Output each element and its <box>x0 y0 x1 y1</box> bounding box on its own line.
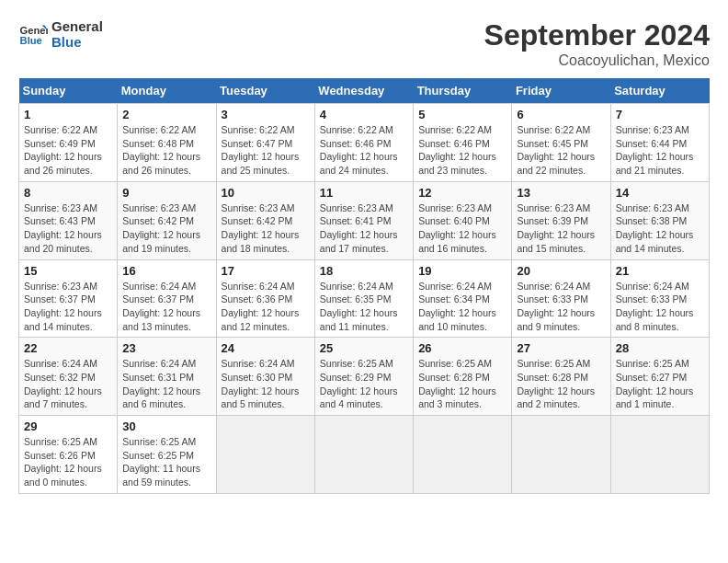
table-row: 15Sunrise: 6:23 AM Sunset: 6:37 PM Dayli… <box>19 259 118 338</box>
col-saturday: Saturday <box>610 78 709 104</box>
logo-line2: Blue <box>51 34 103 50</box>
table-row: 4Sunrise: 6:22 AM Sunset: 6:46 PM Daylig… <box>314 104 413 182</box>
svg-text:Blue: Blue <box>20 35 42 46</box>
logo: General Blue General Blue <box>18 18 103 50</box>
table-row: 9Sunrise: 6:23 AM Sunset: 6:42 PM Daylig… <box>118 181 216 259</box>
table-row: 27Sunrise: 6:25 AM Sunset: 6:28 PM Dayli… <box>512 338 610 416</box>
table-row: 21Sunrise: 6:24 AM Sunset: 6:33 PM Dayli… <box>610 259 709 338</box>
table-row: 23Sunrise: 6:24 AM Sunset: 6:31 PM Dayli… <box>118 338 216 416</box>
table-row <box>414 416 512 494</box>
table-row: 10Sunrise: 6:23 AM Sunset: 6:42 PM Dayli… <box>216 181 314 259</box>
logo-line1: General <box>51 18 103 34</box>
table-row: 22Sunrise: 6:24 AM Sunset: 6:32 PM Dayli… <box>19 338 118 416</box>
table-row: 29Sunrise: 6:25 AM Sunset: 6:26 PM Dayli… <box>19 416 118 494</box>
calendar-header-row: Sunday Monday Tuesday Wednesday Thursday… <box>19 78 710 104</box>
col-wednesday: Wednesday <box>314 78 413 104</box>
table-row: 17Sunrise: 6:24 AM Sunset: 6:36 PM Dayli… <box>216 259 314 338</box>
table-row: 20Sunrise: 6:24 AM Sunset: 6:33 PM Dayli… <box>512 259 610 338</box>
table-row: 3Sunrise: 6:22 AM Sunset: 6:47 PM Daylig… <box>216 104 314 182</box>
col-tuesday: Tuesday <box>216 78 314 104</box>
table-row <box>512 416 610 494</box>
table-row: 12Sunrise: 6:23 AM Sunset: 6:40 PM Dayli… <box>414 181 512 259</box>
table-row: 6Sunrise: 6:22 AM Sunset: 6:45 PM Daylig… <box>512 104 610 182</box>
table-row: 24Sunrise: 6:24 AM Sunset: 6:30 PM Dayli… <box>216 338 314 416</box>
table-row: 13Sunrise: 6:23 AM Sunset: 6:39 PM Dayli… <box>512 181 610 259</box>
col-thursday: Thursday <box>414 78 512 104</box>
table-row: 30Sunrise: 6:25 AM Sunset: 6:25 PM Dayli… <box>118 416 216 494</box>
table-row: 18Sunrise: 6:24 AM Sunset: 6:35 PM Dayli… <box>314 259 413 338</box>
table-row <box>216 416 314 494</box>
col-monday: Monday <box>118 78 216 104</box>
table-row: 7Sunrise: 6:23 AM Sunset: 6:44 PM Daylig… <box>610 104 709 182</box>
table-row: 14Sunrise: 6:23 AM Sunset: 6:38 PM Dayli… <box>610 181 709 259</box>
table-row: 2Sunrise: 6:22 AM Sunset: 6:48 PM Daylig… <box>118 104 216 182</box>
table-row: 11Sunrise: 6:23 AM Sunset: 6:41 PM Dayli… <box>314 181 413 259</box>
table-row: 28Sunrise: 6:25 AM Sunset: 6:27 PM Dayli… <box>610 338 709 416</box>
calendar-table: Sunday Monday Tuesday Wednesday Thursday… <box>18 78 710 494</box>
table-row: 25Sunrise: 6:25 AM Sunset: 6:29 PM Dayli… <box>314 338 413 416</box>
col-friday: Friday <box>512 78 610 104</box>
title-block: September 2024 Coacoyulichan, Mexico <box>484 18 710 69</box>
month-year-title: September 2024 <box>484 18 710 52</box>
table-row <box>314 416 413 494</box>
table-row: 1Sunrise: 6:22 AM Sunset: 6:49 PM Daylig… <box>19 104 118 182</box>
col-sunday: Sunday <box>19 78 118 104</box>
table-row: 8Sunrise: 6:23 AM Sunset: 6:43 PM Daylig… <box>19 181 118 259</box>
table-row: 19Sunrise: 6:24 AM Sunset: 6:34 PM Dayli… <box>414 259 512 338</box>
table-row <box>610 416 709 494</box>
table-row: 26Sunrise: 6:25 AM Sunset: 6:28 PM Dayli… <box>414 338 512 416</box>
location-subtitle: Coacoyulichan, Mexico <box>484 52 710 69</box>
table-row: 16Sunrise: 6:24 AM Sunset: 6:37 PM Dayli… <box>118 259 216 338</box>
table-row: 5Sunrise: 6:22 AM Sunset: 6:46 PM Daylig… <box>414 104 512 182</box>
logo-icon: General Blue <box>18 19 48 49</box>
page-header: General Blue General Blue September 2024… <box>18 18 710 69</box>
